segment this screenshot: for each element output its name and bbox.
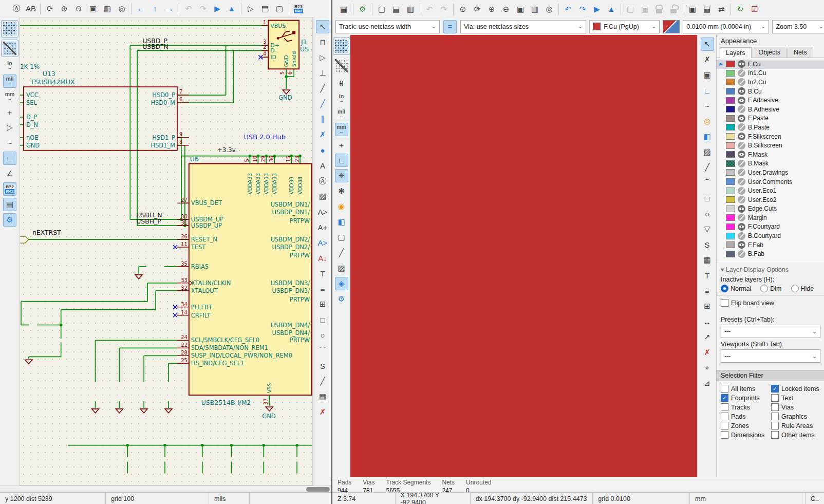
symbol-properties-icon[interactable]: Ⓐ: [10, 2, 23, 15]
grid-dots-icon[interactable]: [333, 38, 350, 55]
layer-swatch-User.Comments[interactable]: [726, 178, 735, 185]
layer-visibility-B.Cu[interactable]: [738, 87, 745, 95]
presets-select[interactable]: ---⌄: [721, 325, 820, 338]
draw-polygon-icon[interactable]: ▽: [701, 222, 714, 236]
filter-graphics[interactable]: Graphics: [771, 413, 820, 420]
layer-display-options-header[interactable]: ▾ Layer Display Options: [721, 266, 820, 273]
circle-icon[interactable]: ○: [316, 328, 329, 342]
board-setup-icon[interactable]: ⚙: [356, 3, 369, 16]
layer-visibility-B.Adhesive[interactable]: [738, 105, 745, 113]
layer-visibility-F.Silkscreen[interactable]: [738, 133, 745, 140]
unlock-icon[interactable]: [667, 3, 680, 16]
layer-swatch-B.Adhesive[interactable]: [726, 106, 735, 113]
flip-board-icon[interactable]: ▶: [590, 3, 604, 16]
filter-vias[interactable]: Vias: [771, 403, 820, 411]
layer-swatch-B.Silkscreen[interactable]: [726, 142, 735, 149]
layer-visibility-F.Fab[interactable]: [738, 241, 745, 249]
snap-cursor-icon[interactable]: +: [3, 105, 16, 119]
lock-icon[interactable]: [652, 3, 666, 16]
tune-length-icon[interactable]: ~: [701, 99, 714, 113]
rotate-cw-icon[interactable]: ↷: [196, 2, 210, 15]
annotate-auto-icon[interactable]: R??R42: [3, 182, 16, 196]
layer-visibility-B.Mask[interactable]: [738, 160, 745, 167]
layer-swatch-F.Adhesive[interactable]: [726, 97, 735, 104]
filter-pads[interactable]: Pads: [721, 413, 770, 420]
nav-forward-icon[interactable]: →: [163, 2, 176, 15]
layer-swatch-In1.Cu[interactable]: [726, 70, 735, 77]
highlight-net-icon[interactable]: ◉: [335, 200, 348, 213]
layer-row-B.Fab[interactable]: B.Fab: [717, 249, 824, 258]
auto-track-width-button[interactable]: =: [443, 20, 457, 33]
wire-free-angle-icon[interactable]: ~: [3, 136, 16, 150]
place-via-icon[interactable]: ◎: [701, 115, 714, 128]
active-layer-select[interactable]: F.Cu (PgUp)⌄: [589, 20, 660, 33]
text-icon[interactable]: T: [701, 269, 714, 282]
u6-symbol[interactable]: U6USB2514B-I/M227VBUS_DET30USBDM_UP31USB…: [177, 155, 312, 406]
zoom-selection-icon[interactable]: ◎: [542, 3, 556, 16]
layer-swatch-B.Fab[interactable]: [726, 251, 735, 257]
layer-row-F.Fab[interactable]: F.Fab: [717, 240, 824, 250]
route-tracks-icon[interactable]: ∟: [701, 84, 714, 97]
j1-symbol[interactable]: 1VBUS3D+2D-4IDGNDShield56J1US: [261, 20, 309, 75]
rotate-ccw-icon[interactable]: ↶: [182, 2, 195, 15]
layer-visibility-B.Courtyard[interactable]: [738, 232, 745, 240]
layer-visibility-User.Drawings[interactable]: [738, 169, 745, 176]
layer-visibility-User.Eco1[interactable]: [738, 187, 745, 195]
zoom-fit-objects-icon[interactable]: ▥: [101, 2, 114, 15]
line-tool-icon[interactable]: ╱: [316, 375, 329, 388]
bezier-icon[interactable]: S: [316, 359, 329, 372]
assign-footprints-icon[interactable]: ▢: [273, 2, 286, 15]
nav-up-hierarchy-icon[interactable]: ↑: [148, 2, 162, 15]
text-icon[interactable]: T: [316, 267, 329, 280]
arc-icon[interactable]: ⌒: [316, 344, 329, 357]
footprint-editor-icon[interactable]: ▣: [686, 3, 699, 16]
rule-area-icon[interactable]: ▨: [701, 145, 714, 159]
units-inches-icon[interactable]: in↔: [3, 59, 16, 72]
layer-row-In2.Cu[interactable]: In2.Cu: [717, 78, 824, 87]
layer-visibility-B.Fab[interactable]: [738, 250, 745, 258]
layer-swatch-B.Mask[interactable]: [726, 160, 735, 167]
layer-row-F.Paste[interactable]: F.Paste: [717, 114, 824, 123]
table-icon[interactable]: ⊞: [701, 300, 714, 313]
via-size-select[interactable]: Via: use netclass sizes⌄: [460, 20, 586, 33]
layer-visibility-B.Silkscreen[interactable]: [738, 142, 745, 150]
no-connect-flag-icon[interactable]: ✗: [316, 128, 329, 141]
route-45-icon[interactable]: ∟: [335, 154, 348, 167]
page-settings-icon[interactable]: ▢: [375, 3, 388, 16]
mirror-h-icon[interactable]: ▶: [211, 2, 224, 15]
layer-row-B.Adhesive[interactable]: B.Adhesive: [717, 105, 824, 114]
tab-objects[interactable]: Objects: [753, 47, 786, 58]
preferences-icon[interactable]: ⚙: [335, 292, 348, 306]
layer-swatch-B.Paste[interactable]: [726, 124, 735, 130]
curved-ratsnest-icon[interactable]: ✱: [335, 184, 348, 198]
delete-tool-icon[interactable]: ✗: [701, 346, 714, 359]
exchange-footprints-icon[interactable]: ⇄: [715, 3, 728, 16]
units-mm-icon[interactable]: mm↔: [3, 90, 16, 103]
rotate-cw-icon[interactable]: ↷: [576, 3, 589, 16]
layer-row-In1.Cu[interactable]: In1.Cu: [717, 69, 824, 78]
layer-swatch-B.Cu[interactable]: [726, 88, 735, 95]
units-inches-icon[interactable]: in↔: [335, 92, 348, 105]
layer-swatch-F.Fab[interactable]: [726, 241, 735, 248]
layer-visibility-F.Mask[interactable]: [738, 151, 745, 158]
nav-back-icon[interactable]: ←: [134, 2, 147, 15]
grid-select[interactable]: 0.0100 mm (0.0004 in)⌄: [683, 20, 769, 33]
annotate-icon[interactable]: R??R42: [292, 2, 305, 15]
units-mm-icon[interactable]: mm↔: [335, 123, 348, 136]
zoom-out-icon[interactable]: ⊖: [499, 3, 513, 16]
print-icon[interactable]: ▤: [389, 3, 403, 16]
layer-row-F.Mask[interactable]: F.Mask: [717, 150, 824, 159]
layer-row-B.Mask[interactable]: B.Mask: [717, 159, 824, 169]
junction-icon[interactable]: ●: [316, 143, 329, 157]
refresh-view-icon[interactable]: ⟳: [43, 2, 57, 15]
draw-bus-icon[interactable]: ∥: [316, 113, 329, 126]
place-footprint-icon[interactable]: ▣: [701, 68, 714, 82]
layer-row-B.Courtyard[interactable]: B.Courtyard: [717, 231, 824, 240]
import-sheet-pin-icon[interactable]: A+: [316, 220, 329, 234]
grid-origin-icon[interactable]: ⌖: [701, 361, 714, 375]
find-icon[interactable]: ⊙: [456, 3, 470, 16]
update-pcb-from-schematic-icon[interactable]: ↻: [734, 3, 747, 16]
layer-visibility-In1.Cu[interactable]: [738, 69, 745, 77]
units-mils-icon[interactable]: mil↔: [3, 74, 16, 88]
layer-swatch-B.Courtyard[interactable]: [726, 233, 735, 239]
